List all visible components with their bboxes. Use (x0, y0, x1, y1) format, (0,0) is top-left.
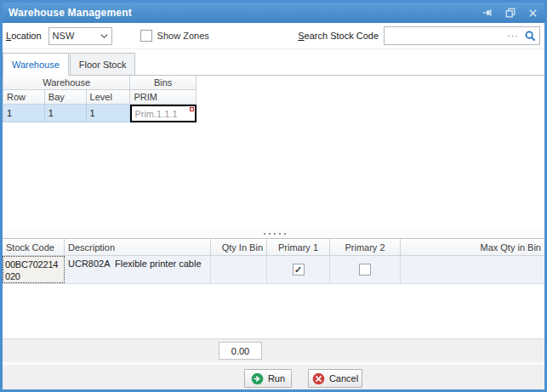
location-dropdown[interactable]: NSW (48, 27, 112, 45)
column-header-level[interactable]: Level (87, 90, 131, 105)
cancel-icon (312, 372, 325, 385)
cell-stock-code[interactable]: 00BC702214020 (3, 256, 65, 283)
column-header-description[interactable]: Description (65, 239, 211, 256)
tab-floor-stock[interactable]: Floor Stock (70, 53, 136, 75)
cell-row[interactable]: 1 (3, 105, 45, 122)
ellipsis-button[interactable]: ··· (507, 31, 519, 41)
check-icon: ✓ (294, 264, 302, 276)
close-icon[interactable] (527, 8, 538, 19)
cell-primary-1: ✓ (267, 256, 330, 283)
primary-1-checkbox[interactable]: ✓ (293, 264, 305, 276)
column-header-bay[interactable]: Bay (45, 90, 87, 105)
toolbar: Location NSW Show Zones Search Stock Cod… (3, 23, 544, 49)
tabstrip: Warehouse Floor Stock (3, 49, 544, 76)
bin-grid-row: 1 1 1 Prim.1.1.1 (3, 105, 197, 122)
cell-prim-editor[interactable]: Prim.1.1.1 (130, 105, 197, 122)
titlebar: Warehouse Management (3, 3, 544, 23)
cell-level[interactable]: 1 (87, 105, 131, 122)
column-header-qty-in-bin[interactable]: Qty In Bin (211, 239, 267, 256)
tab-warehouse[interactable]: Warehouse (3, 53, 69, 76)
primary-2-checkbox[interactable] (359, 264, 371, 276)
column-header-row[interactable]: Row (3, 90, 45, 105)
search-stock-code-input[interactable]: ··· (384, 26, 540, 45)
cell-bay[interactable]: 1 (45, 105, 87, 122)
band-header-bins: Bins (130, 76, 197, 90)
cancel-button[interactable]: Cancel (308, 369, 362, 388)
show-zones-checkbox[interactable] (140, 30, 152, 42)
restore-icon[interactable] (504, 7, 516, 19)
cell-primary-2 (330, 256, 401, 283)
stock-grid: Stock Code Description Qty In Bin Primar… (3, 238, 544, 338)
run-icon (251, 372, 264, 385)
cell-description[interactable]: UCR802A Flexible printer cable (65, 256, 211, 283)
column-header-prim[interactable]: PRIM (130, 90, 197, 105)
chevron-down-icon (100, 31, 109, 41)
stock-grid-row: 00BC702214020 UCR802A Flexible printer c… (3, 256, 544, 284)
location-value: NSW (53, 31, 100, 41)
cell-qty-in-bin[interactable] (211, 256, 267, 283)
column-header-max-qty-in-bin[interactable]: Max Qty in Bin (401, 239, 544, 256)
grid-footer: 0.00 (3, 338, 544, 362)
window-title: Warehouse Management (9, 7, 132, 19)
pin-icon[interactable] (481, 7, 493, 19)
qty-total-box: 0.00 (219, 342, 262, 360)
warehouse-management-window: Warehouse Management (0, 0, 547, 392)
show-zones-label: Show Zones (157, 31, 209, 41)
search-icon[interactable] (525, 31, 536, 42)
run-button[interactable]: Run (244, 369, 292, 388)
bottom-panel: Run Cancel (3, 362, 544, 389)
column-header-stock-code[interactable]: Stock Code (3, 239, 65, 256)
bin-grid-panel: Warehouse Bins Row Bay Level PRIM 1 1 1 … (3, 76, 544, 230)
modified-indicator (190, 107, 194, 111)
band-header-warehouse: Warehouse (3, 76, 130, 90)
splitter-grip-icon (274, 233, 276, 235)
column-header-primary-1[interactable]: Primary 1 (267, 239, 330, 256)
search-stock-code-label: Search Stock Code (298, 31, 379, 41)
location-label: Location (6, 31, 42, 41)
cell-max-qty-in-bin[interactable] (401, 256, 544, 283)
column-header-primary-2[interactable]: Primary 2 (330, 239, 401, 256)
panel-splitter[interactable] (3, 230, 544, 238)
